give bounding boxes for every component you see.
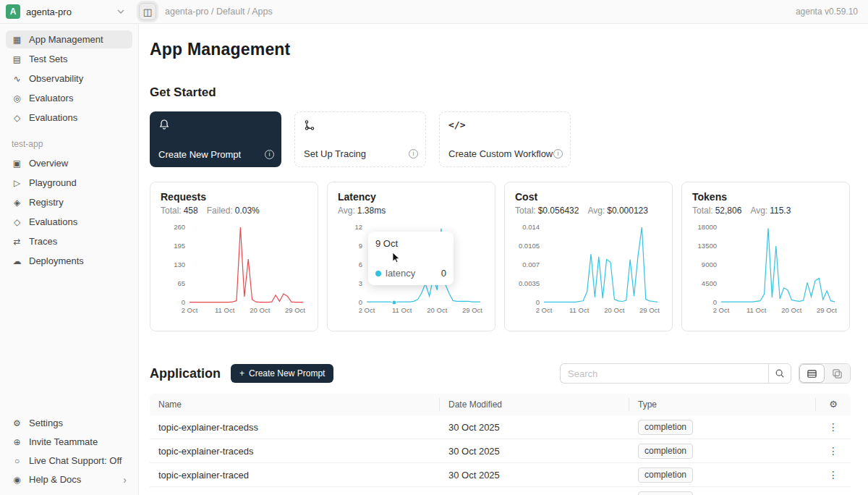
svg-text:0: 0 bbox=[713, 298, 717, 306]
sidebar-item-settings[interactable]: ⚙ Settings bbox=[6, 414, 132, 432]
chevron-right-icon: › bbox=[123, 474, 127, 486]
table-row[interactable]: career-assessment 27 Oct 2025 completion… bbox=[150, 487, 851, 495]
info-icon[interactable]: i bbox=[265, 150, 274, 159]
card-view-button[interactable] bbox=[825, 364, 850, 383]
series-dot-icon bbox=[375, 271, 381, 276]
svg-text:20 Oct: 20 Oct bbox=[427, 306, 447, 314]
app-date-modified: 30 Oct 2025 bbox=[440, 470, 629, 481]
row-menu-button[interactable]: ⋮ bbox=[816, 421, 851, 433]
application-header: Application + Create New Prompt bbox=[150, 363, 851, 384]
svg-text:0: 0 bbox=[536, 298, 540, 306]
svg-text:9000: 9000 bbox=[702, 261, 717, 268]
page-title: App Management bbox=[150, 40, 851, 59]
metric-title: Cost bbox=[515, 191, 662, 203]
svg-text:6: 6 bbox=[359, 261, 362, 268]
sidebar-item-evaluations[interactable]: ◇ Evaluations bbox=[6, 109, 132, 127]
table-row[interactable]: topic-explainer-traced 30 Oct 2025 compl… bbox=[150, 463, 851, 487]
row-menu-button[interactable]: ⋮ bbox=[816, 445, 851, 457]
tooltip-series: latency bbox=[386, 268, 415, 279]
card-view-icon bbox=[832, 368, 843, 379]
svg-text:11 Oct: 11 Oct bbox=[392, 306, 412, 314]
svg-text:130: 130 bbox=[174, 261, 185, 268]
metric-stats: Total:52,806 Avg:115.3 bbox=[692, 206, 839, 216]
svg-text:11 Oct: 11 Oct bbox=[215, 306, 235, 314]
table-view-button[interactable] bbox=[799, 364, 825, 383]
breadcrumb[interactable]: agenta-pro / Default / Apps bbox=[165, 7, 273, 17]
sidebar-item-label: Settings bbox=[29, 418, 63, 428]
monitor-icon: ▣ bbox=[12, 158, 22, 169]
sidebar-item-test-sets[interactable]: ▤ Test Sets bbox=[6, 50, 132, 68]
svg-text:2 Oct: 2 Oct bbox=[359, 306, 375, 314]
create-custom-workflow-card[interactable]: </> Create Custom Workflow i bbox=[439, 111, 571, 167]
sidebar-item-label: Observability bbox=[29, 73, 83, 84]
traces-icon: ⇄ bbox=[12, 237, 22, 247]
column-header-date-modified[interactable]: Date Modified bbox=[440, 398, 629, 411]
sidebar-item-deployments[interactable]: ☁ Deployments bbox=[6, 252, 132, 270]
sidebar-item-app-management[interactable]: ▦ App Management bbox=[6, 30, 132, 48]
sidebar-item-overview[interactable]: ▣ Overview bbox=[6, 154, 132, 172]
svg-text:0: 0 bbox=[359, 298, 362, 306]
type-badge: completion bbox=[638, 491, 693, 495]
view-toggle bbox=[799, 363, 851, 384]
topbar: A agenta-pro ◫ agenta-pro / Default / Ap… bbox=[0, 0, 868, 24]
metric-stats: Avg:1.38ms bbox=[338, 206, 485, 216]
sidebar-item-invite-teammate[interactable]: ⊕ Invite Teammate bbox=[6, 433, 132, 451]
workspace-switcher[interactable]: A agenta-pro bbox=[6, 4, 130, 19]
svg-text:11 Oct: 11 Oct bbox=[746, 306, 767, 314]
sidebar-item-evaluators[interactable]: ◎ Evaluators bbox=[6, 89, 132, 107]
tooltip-value: 0 bbox=[441, 268, 446, 279]
create-button-label: Create New Prompt bbox=[249, 368, 325, 378]
requests-chart: 0651301952602 Oct11 Oct20 Oct29 Oct bbox=[161, 221, 309, 318]
svg-text:0.014: 0.014 bbox=[522, 223, 540, 231]
tracing-icon bbox=[304, 119, 315, 131]
card-label: Set Up Tracing bbox=[304, 148, 366, 159]
wave-chart-icon: ∿ bbox=[12, 74, 22, 84]
sidebar-item-registry[interactable]: ◈ Registry bbox=[6, 193, 132, 211]
column-header-name[interactable]: Name bbox=[150, 398, 440, 411]
create-new-prompt-card[interactable]: Create New Prompt i bbox=[150, 111, 281, 167]
sidebar-item-playground[interactable]: ▷ Playground bbox=[6, 174, 132, 192]
tokens-metric-card: Tokens Total:52,806 Avg:115.3 0450090001… bbox=[681, 182, 850, 331]
application-heading: Application bbox=[150, 366, 221, 381]
sidebar-toggle-button[interactable]: ◫ bbox=[139, 3, 156, 20]
sidebar-item-label: Live Chat Support: Off bbox=[29, 455, 122, 466]
search-input[interactable] bbox=[560, 363, 768, 384]
sidebar-item-help-docs[interactable]: ◉ Help & Docs › bbox=[6, 470, 132, 488]
table-row[interactable]: topic-explainer-traceds 30 Oct 2025 comp… bbox=[150, 439, 851, 463]
sidebar-item-label: Evaluators bbox=[29, 93, 73, 103]
svg-text:18000: 18000 bbox=[698, 223, 717, 231]
svg-text:29 Oct: 29 Oct bbox=[639, 306, 660, 314]
table-row[interactable]: topic-explainer-tracedss 30 Oct 2025 com… bbox=[150, 415, 851, 439]
metric-title: Latency bbox=[338, 191, 485, 203]
sidebar-item-observability[interactable]: ∿ Observability bbox=[6, 69, 132, 88]
sidebar-item-label: Overview bbox=[29, 158, 68, 169]
sidebar-item-label: Test Sets bbox=[29, 54, 67, 64]
app-date-modified: 30 Oct 2025 bbox=[440, 446, 629, 457]
app-name: topic-explainer-traced bbox=[150, 470, 440, 481]
svg-text:0.0035: 0.0035 bbox=[519, 279, 540, 287]
svg-text:0.007: 0.007 bbox=[522, 261, 540, 268]
sidebar-item-app-evaluations[interactable]: ◇ Evaluations bbox=[6, 213, 132, 231]
info-icon[interactable]: i bbox=[553, 149, 563, 158]
svg-text:9: 9 bbox=[359, 242, 362, 250]
metric-stats: Total:458 Failed:0.03% bbox=[161, 206, 307, 216]
svg-text:29 Oct: 29 Oct bbox=[817, 306, 837, 314]
info-icon[interactable]: i bbox=[409, 149, 418, 158]
column-header-type[interactable]: Type bbox=[629, 398, 816, 411]
set-up-tracing-card[interactable]: Set Up Tracing i bbox=[294, 111, 426, 167]
app-name: topic-explainer-tracedss bbox=[150, 422, 440, 433]
sidebar-item-traces[interactable]: ⇄ Traces bbox=[6, 232, 132, 250]
search-button[interactable] bbox=[768, 363, 791, 384]
main-content: App Management Get Started Create New Pr… bbox=[139, 24, 868, 495]
chart-tooltip: 9 Oct latency 0 bbox=[368, 232, 454, 285]
row-menu-button[interactable]: ⋮ bbox=[816, 469, 851, 481]
search-group bbox=[560, 363, 791, 384]
svg-text:2 Oct: 2 Oct bbox=[713, 306, 730, 314]
tokens-chart: 04500900013500180002 Oct11 Oct20 Oct29 O… bbox=[692, 221, 841, 318]
app-name: topic-explainer-traceds bbox=[150, 446, 440, 457]
gear-icon[interactable]: ⚙ bbox=[829, 398, 838, 411]
requests-metric-card: Requests Total:458 Failed:0.03% 06513019… bbox=[150, 182, 318, 331]
sidebar-item-live-chat-support[interactable]: ○ Live Chat Support: Off bbox=[6, 452, 132, 470]
svg-text:12: 12 bbox=[354, 223, 362, 231]
create-new-prompt-button[interactable]: + Create New Prompt bbox=[231, 364, 333, 383]
